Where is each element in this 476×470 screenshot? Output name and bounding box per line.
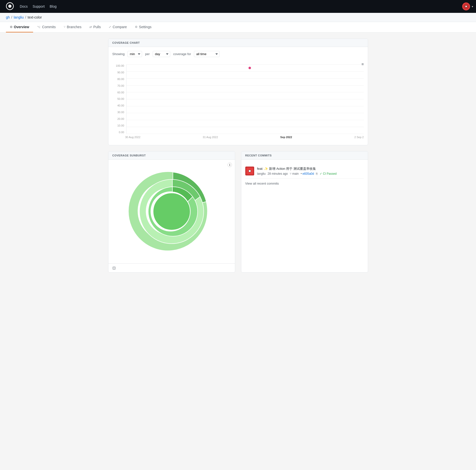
nav-links: Docs Support Blog bbox=[20, 4, 462, 8]
tab-compare-label: Compare bbox=[113, 25, 127, 29]
y-label-10: 10.00 bbox=[112, 124, 124, 127]
branch-icon: ⑂ bbox=[290, 172, 291, 175]
tab-overview-label: Overview bbox=[14, 25, 29, 29]
commit-hash[interactable]: e835a0d bbox=[302, 172, 314, 175]
navbar: Docs Support Blog bbox=[0, 0, 476, 13]
svg-point-1 bbox=[8, 4, 12, 8]
chart-plot bbox=[126, 64, 364, 134]
sunburst-footer: ⊡ bbox=[108, 263, 235, 272]
commit-copy-icon[interactable]: ⎘ bbox=[316, 172, 318, 175]
grid-line-90 bbox=[126, 71, 364, 72]
tab-pulls-label: Pulls bbox=[93, 25, 101, 29]
overview-icon: ⊙ bbox=[10, 25, 12, 29]
ci-status-label: CI Passed bbox=[323, 172, 336, 175]
commit-item: feat: ✨ 新增 Action 用于 测试覆盖率收集 langliu 28 … bbox=[245, 164, 364, 179]
pulls-icon: ⇄ bbox=[89, 25, 92, 29]
breadcrumb-bar: gh / langliu / text-color bbox=[0, 13, 476, 22]
grid-line-10 bbox=[126, 127, 364, 127]
commits-icon: ⌥ bbox=[37, 25, 41, 29]
site-logo[interactable] bbox=[6, 2, 14, 11]
sunburst-chart bbox=[108, 160, 235, 263]
grid-line-0 bbox=[126, 134, 364, 134]
nav-docs[interactable]: Docs bbox=[20, 4, 28, 8]
y-label-100: 100.00 bbox=[112, 64, 124, 67]
tab-compare[interactable]: ⤢ Compare bbox=[105, 22, 131, 32]
sunburst-panel: COVERAGE SUNBURST ℹ bbox=[108, 151, 235, 273]
sunburst-body: ℹ bbox=[108, 160, 235, 263]
fullscreen-icon[interactable]: ⊡ bbox=[112, 266, 116, 270]
y-label-80: 80.00 bbox=[112, 78, 124, 81]
grid-line-20 bbox=[126, 120, 364, 120]
recent-commits-body: feat: ✨ 新增 Action 用于 测试覆盖率收集 langliu 28 … bbox=[241, 160, 368, 189]
tab-branches-label: Branches bbox=[67, 25, 82, 29]
hash-icon: • bbox=[301, 172, 302, 175]
tab-settings-label: Settings bbox=[139, 25, 152, 29]
grid-line-80 bbox=[126, 78, 364, 79]
view-all-commits-link[interactable]: View all recent commits bbox=[245, 179, 364, 185]
commit-info: feat: ✨ 新增 Action 用于 测试覆盖率收集 langliu 28 … bbox=[257, 167, 364, 175]
x-label-2: 31 Aug 2022 bbox=[203, 136, 218, 139]
bottom-two-col: COVERAGE SUNBURST ℹ bbox=[108, 151, 368, 278]
per-select[interactable]: day week month bbox=[153, 51, 170, 57]
compare-icon: ⤢ bbox=[109, 25, 111, 29]
tab-settings[interactable]: ⚙ Settings bbox=[131, 22, 156, 32]
breadcrumb-current: text-color bbox=[28, 15, 42, 19]
coverage-for-label: coverage for bbox=[173, 52, 191, 56]
nav-support[interactable]: Support bbox=[33, 4, 45, 8]
commit-author-avatar bbox=[245, 167, 254, 175]
showing-select[interactable]: min max avg bbox=[127, 51, 142, 57]
commit-hash-container: • e835a0d bbox=[301, 172, 314, 175]
breadcrumb: gh / langliu / text-color bbox=[6, 15, 470, 19]
grid-line-70 bbox=[126, 85, 364, 85]
x-label-1: 30 Aug 2022 bbox=[125, 136, 141, 139]
grid-line-50 bbox=[126, 99, 364, 99]
grid-line-100 bbox=[126, 64, 364, 65]
chart-controls: Showing min max avg per day week month c… bbox=[112, 51, 364, 57]
per-label: per bbox=[145, 52, 150, 56]
main-content: COVERAGE CHART Showing min max avg per d… bbox=[102, 33, 374, 284]
chart-area: ≡ 100.00 90.00 80.00 70.00 60.00 50.00 4… bbox=[112, 62, 364, 141]
tab-commits[interactable]: ⌥ Commits bbox=[33, 22, 60, 32]
breadcrumb-sep-1: / bbox=[11, 15, 12, 19]
tab-branches[interactable]: ⑂ Branches bbox=[60, 22, 85, 32]
ci-checkmark-icon: ✓ bbox=[320, 172, 322, 175]
settings-icon: ⚙ bbox=[135, 25, 138, 29]
commit-branch: ⑂ main bbox=[290, 172, 299, 175]
x-axis-labels: 30 Aug 2022 31 Aug 2022 Sep 2022 2 Sep 2 bbox=[112, 136, 364, 139]
y-label-40: 40.00 bbox=[112, 104, 124, 107]
breadcrumb-sep-2: / bbox=[25, 15, 26, 19]
user-avatar[interactable] bbox=[462, 2, 470, 10]
breadcrumb-gh[interactable]: gh bbox=[6, 15, 10, 19]
grid-line-60 bbox=[126, 92, 364, 92]
y-label-30: 30.00 bbox=[112, 111, 124, 114]
sunburst-svg bbox=[125, 165, 219, 258]
x-label-4: 2 Sep 2 bbox=[354, 136, 364, 139]
commit-author: langliu bbox=[257, 172, 266, 175]
y-label-50: 50.00 bbox=[112, 98, 124, 100]
commit-time: 28 minutes ago bbox=[268, 172, 288, 175]
chart-data-point[interactable] bbox=[248, 67, 251, 69]
nav-blog[interactable]: Blog bbox=[50, 4, 57, 8]
ci-status: ✓ CI Passed bbox=[320, 172, 336, 175]
y-label-90: 90.00 bbox=[112, 71, 124, 74]
x-label-3: Sep 2022 bbox=[280, 136, 292, 139]
coverage-chart-panel: COVERAGE CHART Showing min max avg per d… bbox=[108, 39, 368, 145]
breadcrumb-repo-owner[interactable]: langliu bbox=[14, 15, 23, 19]
recent-commits-panel: RECENT COMMITS feat: ✨ 新增 Action 用于 测试覆盖… bbox=[241, 151, 368, 273]
y-label-70: 70.00 bbox=[112, 85, 124, 87]
grid-line-40 bbox=[126, 106, 364, 106]
svg-point-2 bbox=[153, 193, 190, 230]
chart-grid: 100.00 90.00 80.00 70.00 60.00 50.00 40.… bbox=[112, 64, 364, 134]
tab-pulls[interactable]: ⇄ Pulls bbox=[85, 22, 105, 32]
commit-branch-name: main bbox=[292, 172, 299, 175]
tab-overview[interactable]: ⊙ Overview bbox=[6, 22, 33, 32]
grid-line-30 bbox=[126, 113, 364, 113]
tab-commits-label: Commits bbox=[42, 25, 56, 29]
coverage-for-select[interactable]: all time last 30 days last 7 days bbox=[194, 51, 220, 57]
recent-commits-title: RECENT COMMITS bbox=[241, 151, 368, 160]
coverage-chart-title: COVERAGE CHART bbox=[108, 39, 368, 47]
commit-message: feat: ✨ 新增 Action 用于 测试覆盖率收集 bbox=[257, 167, 364, 171]
showing-label: Showing bbox=[112, 52, 125, 56]
tabs-bar: ⊙ Overview ⌥ Commits ⑂ Branches ⇄ Pulls … bbox=[0, 22, 476, 33]
commit-meta: langliu 28 minutes ago ⑂ main • e835a0d … bbox=[257, 172, 364, 175]
